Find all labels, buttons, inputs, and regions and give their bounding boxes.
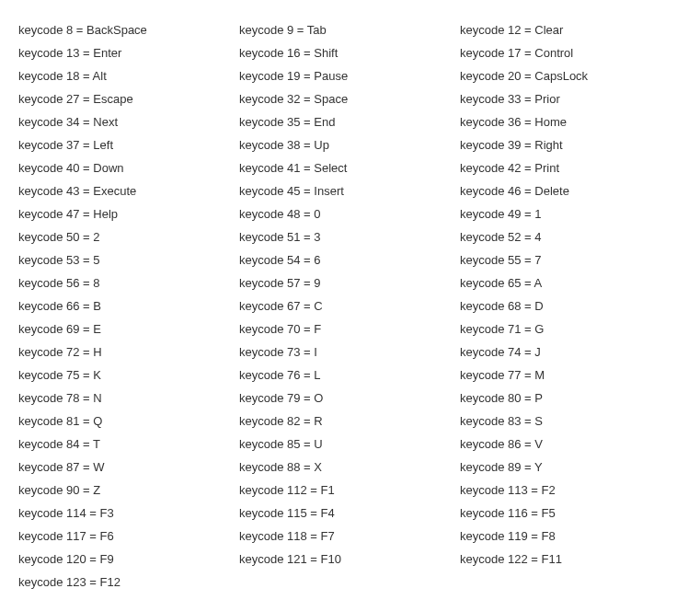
- keycode-entry: keycode 72 = H: [18, 340, 239, 363]
- keycode-entry: keycode 36 = Home: [460, 110, 681, 133]
- table-row: keycode 53 = 5keycode 54 = 6keycode 55 =…: [18, 248, 682, 271]
- table-row: keycode 50 = 2keycode 51 = 3keycode 52 =…: [18, 225, 682, 248]
- keycode-entry: keycode 20 = CapsLock: [460, 64, 681, 87]
- table-row: keycode 37 = Leftkeycode 38 = Upkeycode …: [18, 133, 682, 156]
- table-row: keycode 66 = Bkeycode 67 = Ckeycode 68 =…: [18, 294, 682, 317]
- table-row: keycode 120 = F9keycode 121 = F10keycode…: [18, 548, 682, 571]
- keycode-entry: keycode 123 = F12: [18, 571, 239, 594]
- keycode-entry: keycode 77 = M: [460, 363, 681, 387]
- table-row: keycode 8 = BackSpacekeycode 9 = Tabkeyc…: [18, 18, 682, 41]
- keycode-entry: keycode 118 = F7: [239, 525, 460, 548]
- table-row: keycode 43 = Executekeycode 45 = Insertk…: [18, 179, 682, 202]
- keycode-entry: keycode 27 = Escape: [18, 87, 239, 110]
- table-row: keycode 90 = Zkeycode 112 = F1keycode 11…: [18, 479, 682, 502]
- table-row: keycode 69 = Ekeycode 70 = Fkeycode 71 =…: [18, 317, 682, 340]
- keycode-entry: keycode 51 = 3: [239, 225, 460, 248]
- keycode-entry: keycode 46 = Delete: [460, 179, 681, 202]
- table-row: keycode 56 = 8keycode 57 = 9keycode 65 =…: [18, 271, 682, 294]
- keycode-entry: keycode 43 = Execute: [18, 179, 239, 202]
- keycode-entry: keycode 117 = F6: [18, 525, 239, 548]
- keycode-entry: keycode 89 = Y: [460, 456, 681, 479]
- keycode-entry: keycode 66 = B: [18, 294, 239, 317]
- keycode-entry: keycode 74 = J: [460, 340, 681, 363]
- keycode-entry: keycode 40 = Down: [18, 156, 239, 179]
- keycode-entry: keycode 90 = Z: [18, 479, 239, 502]
- keycode-entry: keycode 47 = Help: [18, 202, 239, 225]
- keycode-entry: keycode 87 = W: [18, 456, 239, 479]
- keycode-entry: keycode 75 = K: [18, 363, 239, 387]
- keycode-table: keycode 8 = BackSpacekeycode 9 = Tabkeyc…: [18, 18, 682, 594]
- keycode-entry: keycode 84 = T: [18, 433, 239, 456]
- keycode-entry: keycode 55 = 7: [460, 248, 681, 271]
- keycode-entry: keycode 85 = U: [239, 433, 460, 456]
- keycode-entry: keycode 48 = 0: [239, 202, 460, 225]
- table-row: keycode 75 = Kkeycode 76 = Lkeycode 77 =…: [18, 363, 682, 387]
- table-row: keycode 18 = Altkeycode 19 = Pausekeycod…: [18, 64, 682, 87]
- table-row: keycode 47 = Helpkeycode 48 = 0keycode 4…: [18, 202, 682, 225]
- keycode-entry: keycode 88 = X: [239, 456, 460, 479]
- keycode-entry: keycode 39 = Right: [460, 133, 681, 156]
- keycode-entry: keycode 73 = I: [239, 340, 460, 363]
- table-row: keycode 34 = Nextkeycode 35 = Endkeycode…: [18, 110, 682, 133]
- keycode-entry: keycode 122 = F11: [460, 548, 681, 571]
- keycode-entry: keycode 83 = S: [460, 410, 681, 433]
- table-row: keycode 114 = F3keycode 115 = F4keycode …: [18, 502, 682, 525]
- keycode-entry: keycode 18 = Alt: [18, 64, 239, 87]
- keycode-entry: keycode 119 = F8: [460, 525, 681, 548]
- keycode-entry: keycode 114 = F3: [18, 502, 239, 525]
- keycode-entry: keycode 9 = Tab: [239, 18, 460, 41]
- table-row: keycode 117 = F6keycode 118 = F7keycode …: [18, 525, 682, 548]
- keycode-entry: keycode 121 = F10: [239, 548, 460, 571]
- keycode-entry: keycode 80 = P: [460, 387, 681, 410]
- keycode-entry: keycode 38 = Up: [239, 133, 460, 156]
- table-row: keycode 87 = Wkeycode 88 = Xkeycode 89 =…: [18, 456, 682, 479]
- keycode-entry: keycode 41 = Select: [239, 156, 460, 179]
- keycode-entry: keycode 17 = Control: [460, 41, 681, 64]
- keycode-entry: keycode 67 = C: [239, 294, 460, 317]
- keycode-entry: keycode 68 = D: [460, 294, 681, 317]
- keycode-entry: keycode 70 = F: [239, 317, 460, 340]
- keycode-entry: keycode 37 = Left: [18, 133, 239, 156]
- table-row: keycode 13 = Enterkeycode 16 = Shiftkeyc…: [18, 41, 682, 64]
- keycode-entry: keycode 52 = 4: [460, 225, 681, 248]
- keycode-entry: keycode 112 = F1: [239, 479, 460, 502]
- keycode-entry: keycode 19 = Pause: [239, 64, 460, 87]
- keycode-entry: keycode 57 = 9: [239, 271, 460, 294]
- table-row: keycode 84 = Tkeycode 85 = Ukeycode 86 =…: [18, 433, 682, 456]
- keycode-entry: keycode 79 = O: [239, 387, 460, 410]
- keycode-entry: keycode 82 = R: [239, 410, 460, 433]
- keycode-entry: keycode 65 = A: [460, 271, 681, 294]
- keycode-entry: keycode 16 = Shift: [239, 41, 460, 64]
- keycode-entry: keycode 54 = 6: [239, 248, 460, 271]
- table-row: keycode 40 = Downkeycode 41 = Selectkeyc…: [18, 156, 682, 179]
- table-row: keycode 27 = Escapekeycode 32 = Spacekey…: [18, 87, 682, 110]
- keycode-entry: keycode 71 = G: [460, 317, 681, 340]
- keycode-entry: keycode 33 = Prior: [460, 87, 681, 110]
- keycode-entry: keycode 45 = Insert: [239, 179, 460, 202]
- keycode-entry: keycode 42 = Print: [460, 156, 681, 179]
- keycode-entry: keycode 53 = 5: [18, 248, 239, 271]
- keycode-entry: keycode 69 = E: [18, 317, 239, 340]
- keycode-entry: keycode 56 = 8: [18, 271, 239, 294]
- keycode-entry: keycode 120 = F9: [18, 548, 239, 571]
- keycode-entry: keycode 49 = 1: [460, 202, 681, 225]
- table-row: keycode 81 = Qkeycode 82 = Rkeycode 83 =…: [18, 410, 682, 433]
- keycode-entry: keycode 8 = BackSpace: [18, 18, 239, 41]
- keycode-entry: keycode 34 = Next: [18, 110, 239, 133]
- keycode-entry: keycode 12 = Clear: [460, 18, 681, 41]
- keycode-entry: keycode 35 = End: [239, 110, 460, 133]
- keycode-entry: keycode 116 = F5: [460, 502, 681, 525]
- keycode-entry: keycode 113 = F2: [460, 479, 681, 502]
- keycode-entry: keycode 50 = 2: [18, 225, 239, 248]
- keycode-entry: keycode 13 = Enter: [18, 41, 239, 64]
- table-row: keycode 78 = Nkeycode 79 = Okeycode 80 =…: [18, 387, 682, 410]
- keycode-entry: keycode 78 = N: [18, 387, 239, 410]
- keycode-entry: keycode 115 = F4: [239, 502, 460, 525]
- table-row: keycode 72 = Hkeycode 73 = Ikeycode 74 =…: [18, 340, 682, 363]
- keycode-entry: keycode 32 = Space: [239, 87, 460, 110]
- keycode-entry: keycode 86 = V: [460, 433, 681, 456]
- table-row: keycode 123 = F12: [18, 571, 682, 594]
- keycode-entry: keycode 76 = L: [239, 363, 460, 387]
- keycode-entry: keycode 81 = Q: [18, 410, 239, 433]
